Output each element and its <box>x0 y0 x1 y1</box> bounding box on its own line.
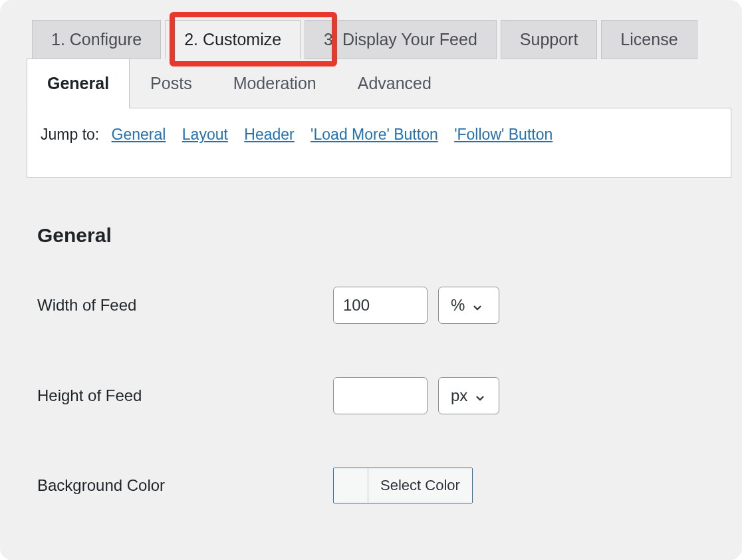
input-width[interactable] <box>333 287 428 324</box>
row-width: Width of Feed % <box>37 287 742 324</box>
subtab-moderation[interactable]: Moderation <box>213 59 337 108</box>
tab-configure[interactable]: 1. Configure <box>32 20 161 59</box>
select-height-unit[interactable]: px <box>438 377 499 414</box>
select-width-unit-value: % <box>451 296 465 315</box>
label-bgcolor: Background Color <box>37 476 333 495</box>
select-width-unit[interactable]: % <box>438 287 499 324</box>
bgcolor-picker[interactable]: Select Color <box>333 468 473 503</box>
jump-link-general[interactable]: General <box>112 126 166 143</box>
settings-page: 1. Configure 2. Customize 3. Display You… <box>0 0 742 560</box>
row-bgcolor: Background Color Select Color <box>37 468 742 503</box>
subtab-posts[interactable]: Posts <box>130 59 213 108</box>
label-height: Height of Feed <box>37 386 333 405</box>
select-height-unit-value: px <box>451 386 467 405</box>
chevron-down-icon <box>471 299 483 311</box>
bgcolor-button-label: Select Color <box>368 468 472 503</box>
jump-link-follow[interactable]: 'Follow' Button <box>454 126 553 143</box>
jump-to-bar: Jump to: General Layout Header 'Load Mor… <box>27 108 731 178</box>
tab-support[interactable]: Support <box>501 20 598 59</box>
jump-link-layout[interactable]: Layout <box>182 126 228 143</box>
jump-to-label: Jump to: <box>41 126 99 143</box>
subtab-advanced[interactable]: Advanced <box>337 59 452 108</box>
label-width: Width of Feed <box>37 296 333 315</box>
section-heading: General <box>37 224 742 247</box>
input-height[interactable] <box>333 377 428 414</box>
general-section: General Width of Feed % Height of Feed p… <box>0 178 742 503</box>
tab-display-feed[interactable]: 3. Display Your Feed <box>305 20 497 59</box>
jump-link-header[interactable]: Header <box>244 126 294 143</box>
row-height: Height of Feed px <box>37 377 742 414</box>
bgcolor-swatch <box>334 468 368 503</box>
jump-link-load-more[interactable]: 'Load More' Button <box>310 126 438 143</box>
subtab-general[interactable]: General <box>27 59 130 108</box>
sub-tab-bar: General Posts Moderation Advanced <box>27 59 742 108</box>
primary-tab-bar: 1. Configure 2. Customize 3. Display You… <box>0 0 742 59</box>
chevron-down-icon <box>474 390 486 402</box>
tab-customize[interactable]: 2. Customize <box>165 20 301 59</box>
tab-license[interactable]: License <box>601 20 697 59</box>
